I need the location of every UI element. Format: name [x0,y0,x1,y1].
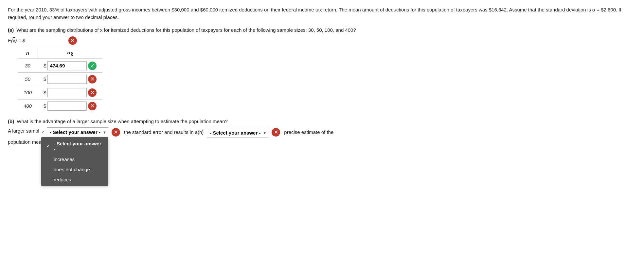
menu-item-label-0: - Select your answer - [54,141,103,152]
dropdown1-menu-item-2[interactable]: does not change [41,164,108,175]
dollar-sign-3: $ [44,103,46,109]
dollar-sign-1: $ [44,76,46,82]
dollar-sign-0: $ [44,63,46,68]
checkmark-icon: ✓ [41,130,45,135]
cell-sigma-3: $✕ [38,99,102,113]
dropdown1-open-menu: ✓ - Select your answer - increases does … [41,137,108,186]
success-icon-0[interactable]: ✓ [88,62,97,70]
part-b-text-after: precise estimate of the [284,129,333,136]
part-a-question-text: What are the sampling distributions of x… [17,27,356,33]
part-b-text-before: A larger sampl [8,127,39,135]
dropdown2-wrapper[interactable]: - Select your answer - more less ▼ [207,128,268,138]
menu-check-icon: ✓ [46,144,51,149]
error-symbol-b2: ✕ [274,130,278,135]
col-n-header: n [18,48,38,59]
part-b-label: (b) [8,119,14,124]
table-row: 400$✕ [18,99,102,113]
ex-bar-line: E(x) = $ ✕ [8,36,636,45]
sigma-input-1[interactable] [47,75,87,84]
menu-item-label-3: reduces [54,177,71,182]
part-b-question-text: What is the advantage of a larger sample… [17,119,228,124]
x-bar-symbol: x [100,27,103,33]
dropdown1-wrapper[interactable]: ✓ - Select your answer - increases does … [41,127,108,137]
dropdown1-menu-item-3[interactable]: reduces [41,175,108,185]
part-a-section: (a) What are the sampling distributions … [8,27,636,113]
cell-n-2: 100 [18,86,38,99]
error-symbol: ✕ [70,38,75,43]
sigma-input-3[interactable] [47,102,87,111]
ex-bar-label: E(x) = $ [8,38,25,43]
menu-item-label-1: increases [54,157,75,162]
dropdown1-select[interactable]: - Select your answer - increases does no… [47,127,108,137]
dollar-sign-2: $ [44,90,46,95]
dropdown2-error-icon[interactable]: ✕ [272,128,280,137]
col-sigma-header: σx̄ [38,48,102,59]
part-b-section: (b) What is the advantage of a larger sa… [8,119,636,146]
part-b-question: (b) What is the advantage of a larger sa… [8,119,636,124]
cell-sigma-0: $✓ [38,59,102,73]
part-a-label: (a) [8,27,14,33]
part-b-text-middle: the standard error and results in a(n) [124,129,204,136]
sigma-table: n σx̄ 30$✓50$✕100$✕400$✕ [18,48,102,113]
error-symbol-b1: ✕ [114,130,118,135]
dropdown1-menu-item-1[interactable]: increases [41,154,108,164]
dropdown1-error-icon[interactable]: ✕ [112,128,120,137]
intro-paragraph: For the year 2010, 33% of taxpayers with… [8,6,636,21]
error-icon-3[interactable]: ✕ [88,102,97,110]
cell-n-1: 50 [18,72,38,86]
intro-text: For the year 2010, 33% of taxpayers with… [8,7,621,20]
dropdown2-select[interactable]: - Select your answer - more less [207,128,268,138]
error-icon-2[interactable]: ✕ [88,88,97,97]
cell-sigma-2: $✕ [38,86,102,99]
table-row: 100$✕ [18,86,102,99]
dropdown1-inline: ✓ - Select your answer - increases does … [41,127,108,137]
ex-bar-input[interactable] [28,36,67,45]
dropdown1-menu-item-0[interactable]: ✓ - Select your answer - [41,138,108,154]
cell-sigma-1: $✕ [38,72,102,86]
part-b-answer-row: A larger sampl ✓ - Select your answer - … [8,127,636,138]
table-row: 30$✓ [18,59,102,73]
cell-n-0: 30 [18,59,38,73]
table-row: 50$✕ [18,72,102,86]
menu-item-label-2: does not change [54,167,90,172]
error-icon-1[interactable]: ✕ [88,75,97,83]
sigma-input-2[interactable] [47,88,87,97]
part-b-text-end: population mea [8,139,42,145]
part-a-question: (a) What are the sampling distributions … [8,27,636,33]
ex-bar-error-icon[interactable]: ✕ [68,36,77,45]
sigma-input-0[interactable] [47,61,87,70]
cell-n-3: 400 [18,99,38,113]
